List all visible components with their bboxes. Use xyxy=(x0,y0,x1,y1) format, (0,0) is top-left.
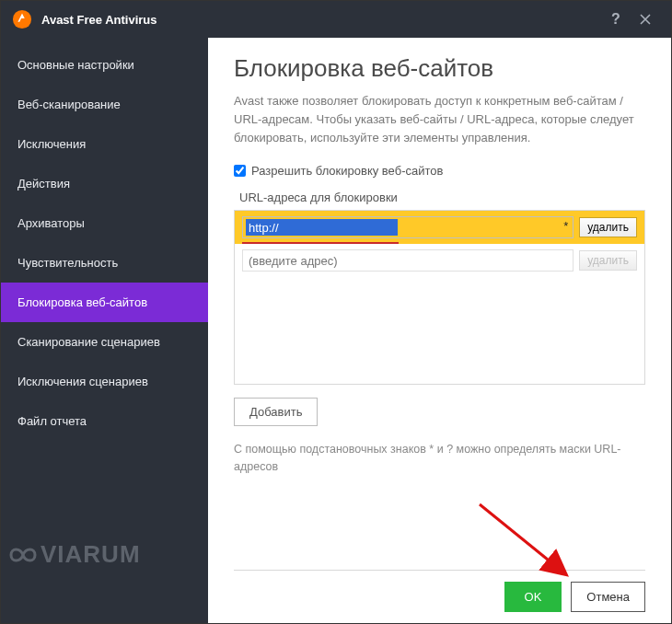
help-button[interactable]: ? xyxy=(601,5,631,34)
page-title: Блокировка веб-сайтов xyxy=(234,54,645,83)
sidebar-item-script-scanning[interactable]: Сканирование сценариев xyxy=(1,322,208,362)
wildcard-hint: С помощью подстановочных знаков * и ? мо… xyxy=(234,441,639,476)
enable-blocking-checkbox[interactable] xyxy=(234,165,246,177)
enable-blocking-label: Разрешить блокировку веб-сайтов xyxy=(251,164,443,178)
wildcard-star: * xyxy=(563,219,568,233)
close-button[interactable] xyxy=(631,5,660,34)
ok-button[interactable]: OK xyxy=(504,582,562,612)
sidebar-item-web-scanning[interactable]: Веб-сканирование xyxy=(1,85,208,124)
delete-button-disabled: удалить xyxy=(579,250,637,271)
enable-blocking-checkbox-row[interactable]: Разрешить блокировку веб-сайтов xyxy=(234,164,645,178)
svg-line-1 xyxy=(480,504,562,572)
sidebar-item-actions[interactable]: Действия xyxy=(1,164,208,203)
sidebar-item-script-exclusions[interactable]: Исключения сценариев xyxy=(1,362,208,401)
add-button[interactable]: Добавить xyxy=(234,398,318,426)
page-description: Avast также позволяет блокировать доступ… xyxy=(234,92,639,147)
avast-logo-icon xyxy=(12,9,32,29)
svg-point-0 xyxy=(13,10,31,29)
url-list: * удалить удалить xyxy=(234,210,645,385)
url-input[interactable] xyxy=(242,216,574,238)
window-title: Avast Free Antivirus xyxy=(41,13,156,27)
footer: OK Отмена xyxy=(234,570,645,623)
url-input-empty[interactable] xyxy=(242,249,574,272)
annotation-underline xyxy=(242,242,399,244)
sidebar: Основные настройки Веб-сканирование Искл… xyxy=(1,38,208,623)
titlebar: Avast Free Antivirus ? xyxy=(1,1,671,38)
cancel-button[interactable]: Отмена xyxy=(571,582,645,612)
sidebar-item-site-blocking[interactable]: Блокировка веб-сайтов xyxy=(1,283,208,322)
sidebar-item-basic-settings[interactable]: Основные настройки xyxy=(1,45,208,85)
sidebar-item-archivers[interactable]: Архиваторы xyxy=(1,203,208,243)
url-section-label: URL-адреса для блокировки xyxy=(234,191,645,204)
delete-button[interactable]: удалить xyxy=(579,217,637,237)
main-panel: Блокировка веб-сайтов Avast также позвол… xyxy=(208,38,671,623)
sidebar-item-exclusions[interactable]: Исключения xyxy=(1,124,208,164)
sidebar-item-report-file[interactable]: Файл отчета xyxy=(1,401,208,441)
url-row: * удалить xyxy=(235,211,644,244)
url-row: удалить xyxy=(235,244,644,277)
sidebar-item-sensitivity[interactable]: Чувствительность xyxy=(1,243,208,283)
